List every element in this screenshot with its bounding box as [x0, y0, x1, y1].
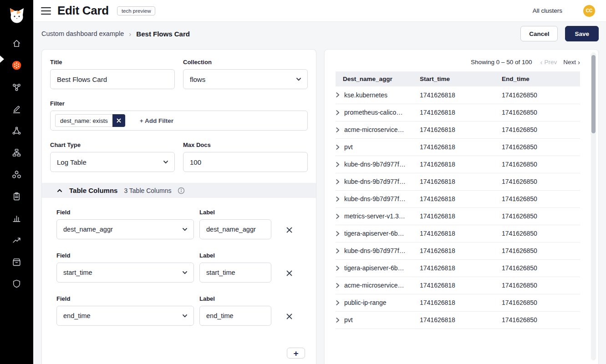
trend-up-icon[interactable] [0, 229, 33, 251]
scrollbar-track[interactable] [591, 52, 596, 360]
breadcrumb-parent[interactable]: Custom dashboard example [41, 30, 124, 37]
info-icon[interactable] [178, 187, 185, 194]
remove-column-icon[interactable] [286, 270, 293, 277]
field-label: Field [56, 295, 194, 302]
dashboards-icon[interactable] [0, 54, 33, 76]
table-row[interactable]: acme-microservice…17416268181741626850 [336, 121, 580, 138]
expand-row-icon[interactable] [336, 144, 340, 150]
table-row[interactable]: pvt17416268181741626850 [336, 138, 580, 156]
collection-label: Collection [183, 59, 308, 66]
column-header: Dest_name_aggr [336, 71, 420, 86]
field-label: Field [56, 209, 194, 216]
field-select[interactable]: start_time [56, 263, 194, 283]
collection-select[interactable]: flows [183, 69, 308, 89]
table-columns-count: 3 Table Columns [124, 187, 171, 194]
hamburger-menu-icon[interactable] [41, 7, 51, 15]
scrollbar-thumb[interactable] [591, 55, 596, 133]
expand-row-icon[interactable] [336, 196, 340, 202]
tech-preview-badge: tech preview [117, 6, 156, 15]
breadcrumb-separator-icon: › [129, 30, 131, 38]
app-root: Edit Card tech preview All clusters CC C… [0, 0, 606, 364]
max-docs-label: Max Docs [183, 142, 308, 148]
expand-row-icon[interactable] [336, 179, 340, 185]
expand-row-icon[interactable] [336, 283, 340, 288]
all-clusters-selector[interactable]: All clusters [533, 7, 562, 14]
avatar[interactable]: CC [583, 5, 595, 17]
hierarchy-icon[interactable] [0, 142, 33, 163]
pen-icon[interactable] [0, 98, 33, 120]
prev-page-button[interactable]: ‹ Prev [540, 59, 557, 66]
table-columns-title: Table Columns [69, 187, 117, 194]
hexagons-icon[interactable] [0, 163, 33, 185]
expand-row-icon[interactable] [336, 213, 340, 219]
remove-column-icon[interactable] [286, 313, 293, 320]
expand-row-icon[interactable] [336, 231, 340, 237]
table-header-row: Dest_name_aggr Start_time End_time [336, 71, 580, 86]
network-nodes-icon[interactable] [0, 120, 33, 142]
label-input[interactable] [199, 219, 271, 239]
table-row[interactable]: acme-microservice…17416268181741626850 [336, 277, 580, 294]
table-row[interactable]: pvt17416268181741626850 [336, 311, 580, 329]
label-label: Label [199, 252, 271, 259]
table-row[interactable]: kube-dns-9b7d977f…17416268181741626850 [336, 156, 580, 173]
field-select[interactable]: end_time [56, 306, 194, 326]
expand-row-icon[interactable] [336, 300, 340, 306]
table-columns-body: Field dest_name_aggr Label [50, 198, 308, 336]
column-row: Field dest_name_aggr Label [56, 206, 308, 239]
expand-row-icon[interactable] [336, 127, 340, 133]
chevron-up-icon [56, 187, 63, 194]
label-label: Label [199, 209, 271, 216]
table-row[interactable]: kube-dns-9b7d977f…17416268181741626850 [336, 242, 580, 259]
active-page-marker [0, 56, 4, 63]
table-row[interactable]: tigera-apiserver-6b…17416268181741626850 [336, 259, 580, 277]
table-row[interactable]: kube-dns-9b7d977f…17416268181741626850 [336, 190, 580, 207]
chart-type-select[interactable]: Log Table [50, 152, 175, 172]
column-row: Field start_time Label [56, 249, 308, 283]
home-icon[interactable] [0, 32, 33, 54]
chevron-right-icon: › [578, 59, 580, 66]
add-column-button[interactable]: + [287, 348, 305, 359]
expand-row-icon[interactable] [336, 162, 340, 167]
filter-box: dest_name: exists + Add Filter [50, 111, 308, 131]
expand-row-icon[interactable] [336, 248, 340, 254]
expand-row-icon[interactable] [336, 110, 340, 116]
label-input[interactable] [199, 306, 271, 326]
storage-box-icon[interactable] [0, 251, 33, 273]
shield-icon[interactable] [0, 273, 33, 294]
calico-cat-logo[interactable] [7, 5, 27, 25]
remove-filter-icon[interactable] [112, 114, 125, 127]
table-row[interactable]: public-ip-range17416268181741626850 [336, 294, 580, 311]
table-row[interactable]: kube-dns-9b7d977f…17416268181741626850 [336, 173, 580, 190]
max-docs-input[interactable] [183, 152, 308, 172]
save-button[interactable]: Save [565, 26, 599, 41]
title-input[interactable] [50, 69, 175, 89]
clipboard-icon[interactable] [0, 185, 33, 207]
table-row[interactable]: kse.kubernetes17416268181741626850 [336, 86, 580, 104]
remove-column-icon[interactable] [286, 227, 293, 233]
cancel-button[interactable]: Cancel [520, 26, 558, 41]
expand-row-icon[interactable] [336, 92, 340, 98]
content: Title Collection flows Filter [33, 46, 606, 364]
preview-table: Dest_name_aggr Start_time End_time kse.k… [336, 71, 580, 329]
column-header: Start_time [420, 71, 502, 86]
table-row[interactable]: tigera-apiserver-6b…17416268181741626850 [336, 225, 580, 242]
bar-chart-icon[interactable] [0, 207, 33, 229]
chevron-left-icon: ‹ [540, 59, 542, 66]
table-columns-collapse-header[interactable]: Table Columns 3 Table Columns [42, 183, 316, 198]
filter-label: Filter [50, 100, 308, 107]
filter-chip: dest_name: exists [55, 114, 125, 127]
service-graph-icon[interactable] [0, 76, 33, 98]
label-label: Label [199, 295, 271, 302]
table-row[interactable]: metrics-server-v1.3…17416268181741626850 [336, 207, 580, 225]
next-page-button[interactable]: Next › [563, 59, 580, 66]
field-select[interactable]: dest_name_aggr [56, 219, 194, 239]
add-filter-button[interactable]: + Add Filter [137, 117, 176, 125]
expand-row-icon[interactable] [336, 317, 340, 323]
breadcrumb-bar: Custom dashboard example › Best Flows Ca… [33, 22, 606, 46]
breadcrumb-current: Best Flows Card [136, 30, 190, 38]
label-input[interactable] [199, 263, 271, 283]
chart-type-label: Chart Type [50, 142, 175, 148]
expand-row-icon[interactable] [336, 265, 340, 271]
preview-panel: Showing 0 – 50 of 100 ‹ Prev Next › Dest [324, 49, 599, 364]
table-row[interactable]: prometheus-calico…17416268181741626850 [336, 104, 580, 121]
